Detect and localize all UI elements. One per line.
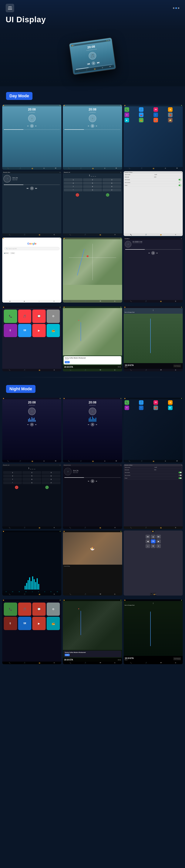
night-cp-msg[interactable]: 💬 [32,602,46,616]
app-radio[interactable]: 📻 [139,118,143,122]
day-m2-next[interactable]: ⏭ [96,125,97,126]
night-btc-nav-2[interactable]: 🎵 [24,527,25,528]
night-bts-nav-4[interactable]: ⚙ [175,527,176,528]
day-m1-next[interactable]: ⏭ [35,125,36,126]
arr-home[interactable]: ⌂ [146,544,150,548]
day-btc-nav-3[interactable]: 📻 [100,234,101,236]
hero-play-btn[interactable]: ⏸ [91,61,96,65]
day-bt-controls[interactable]: ⏮ ⏸ ⏭ [2,186,61,191]
key-0[interactable]: 0 [83,189,102,191]
day-bts-name-arrow[interactable]: › [181,174,182,175]
night-bts-power-toggle[interactable] [179,477,182,479]
night-app-tg[interactable]: ✈ [125,406,129,410]
day-m1-nav-radio[interactable]: 📻 [31,167,33,169]
day-btc-close[interactable]: ✕ [121,172,121,173]
day-bts-answer-toggle[interactable] [179,179,182,180]
nkey-8[interactable]: 8 [23,478,41,481]
night-food-nav-3[interactable]: 🗺 [100,593,101,595]
night-app-nav-2[interactable]: 🎵 [141,460,142,462]
day-nav-nav-3[interactable]: 🗺 [100,369,101,371]
key-4[interactable]: 4 [64,182,82,185]
day-btm-n4[interactable]: ⚙ [54,234,55,236]
night-m2-prev[interactable]: ⏮ [88,424,89,425]
night-app-maps[interactable]: 🗺 [154,400,158,405]
night-btm-prev[interactable]: ⏮ [88,480,89,482]
night-m2-nav-1[interactable]: 📞 [68,460,70,462]
day-bt-play[interactable]: ⏸ [30,186,34,190]
night-btm-controls[interactable]: ⏮ ⏸ ⏭ [63,478,122,484]
key-star[interactable]: * [64,189,82,191]
key-8[interactable]: 8 [83,185,102,188]
cp-podcast[interactable]: 🎙 [4,324,17,337]
day-bts-power-toggle[interactable] [179,185,182,186]
cp-messages[interactable]: 💬 [32,310,46,323]
hero-nav-5[interactable]: 🗺 [109,66,111,67]
night-btc-pick[interactable]: 📞 [45,486,49,489]
day-bt-music-close[interactable]: ✕ [60,172,60,173]
nkey-9[interactable]: 9 [42,478,60,481]
key-5[interactable]: 5 [83,182,102,185]
day-lm-nav-3[interactable]: 📻 [160,301,162,302]
key-7[interactable]: 7 [64,185,82,188]
day-m2-nav-1[interactable]: 📞 [68,167,70,169]
key-6[interactable]: 6 [103,182,121,185]
night-m1-prev[interactable]: ⏮ [27,424,28,425]
night-btc-nav-3[interactable]: 📻 [39,527,41,528]
app-extra1[interactable]: 🔊 [154,118,158,122]
night-m2-next[interactable]: ⏭ [96,424,97,425]
day-nm2-nav-1[interactable]: 📞 [130,369,132,371]
day-goog-nav-2[interactable]: ▶ [24,301,25,302]
night-cp-pod[interactable]: 🎙 [4,617,17,630]
hero-nav-2[interactable]: 🎵 [86,69,87,71]
night-bts-pin-arr[interactable]: › [181,469,182,470]
cp-youtube[interactable]: ▶ [32,324,46,337]
night-bts-answer-toggle[interactable] [179,472,182,473]
day-btm-n2[interactable]: 🎵 [24,234,25,236]
night-nm2-nav-1[interactable]: 📞 [130,662,132,663]
night-btc-end[interactable]: 📵 [15,486,18,489]
day-btc-pick[interactable]: 📞 [106,193,109,197]
day-lm-nav-2[interactable]: 🎵 [145,301,147,302]
cp-settings[interactable]: ⚙ [47,310,60,323]
key-2[interactable]: 2 [83,178,102,181]
nkey-2[interactable]: 2 [23,471,41,474]
night-btm-nav-4[interactable]: ⚙ [114,527,115,528]
night-btc-nav-1[interactable]: 📞 [9,527,10,528]
arr-left[interactable]: ◀ [146,539,150,544]
night-bts-name-arr[interactable]: › [181,467,182,468]
night-btm-nav-1[interactable]: 📞 [70,527,71,528]
day-bts-nav-2[interactable]: 🎵 [145,234,147,236]
night-eq-nav-2[interactable]: 🎵 [24,593,25,595]
night-cp-nav-1[interactable]: 📞 [9,662,10,663]
night-m2-nav-2[interactable]: 🎵 [80,460,82,462]
arr-down[interactable]: ▼ [151,544,155,548]
day-m1-nav-auto[interactable]: ⚙ [44,167,45,169]
arr-ok[interactable]: OK [151,539,155,544]
day-nm2-nav-3[interactable]: 🗺 [160,369,162,371]
day-m2-nav-5[interactable]: 🗺 [115,167,117,169]
app-maps[interactable]: 🗺 [154,107,158,112]
night-nw-nav-3[interactable]: 🗺 [100,662,101,663]
day-m1-nav-dial[interactable]: 📞 [7,167,9,169]
night-btm-play[interactable]: ⏸ [90,479,95,483]
day-app-nav-2[interactable]: 🎵 [141,167,142,169]
day-bt-next[interactable]: ⏭ [35,187,37,189]
day-nav-nav-1[interactable]: 📞 [70,369,71,371]
day-btc-nav-4[interactable]: ⚙ [114,234,115,236]
cp-maps[interactable]: 🗺 [18,324,31,337]
day-bts-nav-4[interactable]: ⚙ [175,234,176,236]
bookmark-1[interactable]: 📺 YouTube [3,252,9,254]
arr-menu[interactable]: ≡ [156,544,161,548]
app-extra2[interactable]: 📁 [168,118,173,122]
app-telegram[interactable]: ✈ [125,113,129,117]
night-cp-music[interactable]: 🎵 [18,602,31,616]
day-lm-close[interactable]: ✕ [181,238,182,239]
night-app-music[interactable]: 🎵 [139,400,143,405]
key-1[interactable]: 1 [64,178,82,181]
arr-right[interactable]: ▶ [156,539,161,544]
night-m1-nav-1[interactable]: 📞 [7,460,9,462]
night-eq-nav-1[interactable]: 📞 [9,593,10,595]
cp-extra[interactable]: 📻 [47,324,60,337]
night-nw-nav-4[interactable]: ⚙ [114,662,115,663]
night-arr-nav-4[interactable]: ⚙ [155,593,156,595]
